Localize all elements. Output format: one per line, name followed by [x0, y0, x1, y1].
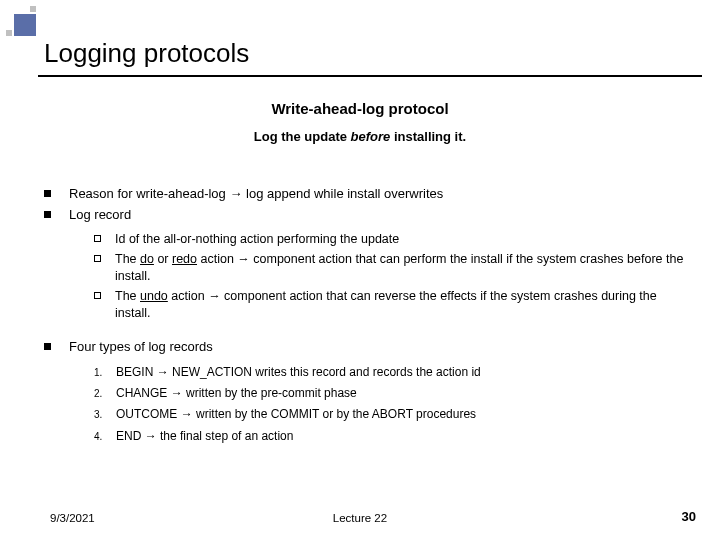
num-label: 2. [94, 385, 116, 401]
bullet-text: Log record [69, 206, 131, 224]
title-rule [38, 75, 702, 77]
bullet-text: Reason for write-ahead-log → log append … [69, 185, 443, 203]
sub-item: The do or redo action → component action… [94, 251, 690, 285]
num-text: END → the final step of an action [116, 428, 293, 444]
subtitle-line2: Log the update before installing it. [0, 129, 720, 144]
t: or [154, 252, 172, 266]
sub-item: Id of the all-or-nothing action performi… [94, 231, 690, 248]
sub-text: The do or redo action → component action… [115, 251, 690, 285]
num-label: 1. [94, 364, 116, 380]
num-item: 3. OUTCOME → written by the COMMIT or by… [94, 406, 690, 422]
subtitle-block: Write-ahead-log protocol Log the update … [0, 100, 720, 144]
square-bullet-icon [44, 190, 51, 197]
num-item: 1. BEGIN → NEW_ACTION writes this record… [94, 364, 690, 380]
num-item: 2. CHANGE → written by the pre-commit ph… [94, 385, 690, 401]
underline-do: do [140, 252, 154, 266]
hollow-square-icon [94, 235, 101, 242]
numbered-list: 1. BEGIN → NEW_ACTION writes this record… [94, 364, 690, 444]
slide-title: Logging protocols [44, 38, 249, 69]
num-text: BEGIN → NEW_ACTION writes this record an… [116, 364, 481, 380]
bullet-text: Four types of log records [69, 338, 213, 356]
underline-undo: undo [140, 289, 168, 303]
footer-lecture: Lecture 22 [0, 512, 720, 524]
hollow-square-icon [94, 292, 101, 299]
footer-page-number: 30 [682, 509, 696, 524]
subtitle-prefix: Log the update [254, 129, 351, 144]
t: The [115, 289, 140, 303]
t: The [115, 252, 140, 266]
t: action → component action that can perfo… [115, 252, 683, 283]
underline-redo: redo [172, 252, 197, 266]
num-item: 4. END → the final step of an action [94, 428, 690, 444]
sub-list: Id of the all-or-nothing action performi… [94, 231, 690, 321]
hollow-square-icon [94, 255, 101, 262]
num-text: OUTCOME → written by the COMMIT or by th… [116, 406, 476, 422]
subtitle-line1: Write-ahead-log protocol [0, 100, 720, 117]
sub-item: The undo action → component action that … [94, 288, 690, 322]
square-bullet-icon [44, 343, 51, 350]
sub-text: Id of the all-or-nothing action performi… [115, 231, 399, 248]
bullet-item: Four types of log records [44, 338, 690, 356]
subtitle-italic: before [351, 129, 394, 144]
subtitle-suffix: installing it. [394, 129, 466, 144]
t: action → component action that can rever… [115, 289, 657, 320]
sub-text: The undo action → component action that … [115, 288, 690, 322]
bullet-item: Reason for write-ahead-log → log append … [44, 185, 690, 203]
corner-decoration [0, 0, 38, 38]
num-label: 3. [94, 406, 116, 422]
body-content: Reason for write-ahead-log → log append … [44, 185, 690, 449]
num-text: CHANGE → written by the pre-commit phase [116, 385, 357, 401]
square-bullet-icon [44, 211, 51, 218]
num-label: 4. [94, 428, 116, 444]
bullet-item: Log record [44, 206, 690, 224]
